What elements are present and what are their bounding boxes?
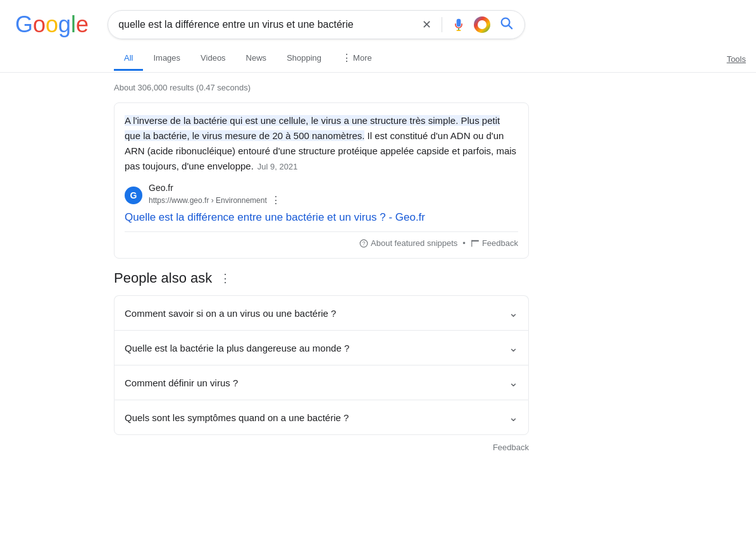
people-also-ask-title: People also ask ⋮: [114, 269, 529, 288]
header: G o o g l e ✕: [0, 0, 756, 39]
mic-icon: [452, 18, 465, 31]
featured-snippet: A l'inverse de la bactérie qui est une c…: [114, 102, 529, 259]
tab-more[interactable]: ⋮ More: [332, 46, 382, 72]
logo-letter-e: e: [76, 11, 89, 38]
search-icons: ✕: [421, 15, 514, 35]
logo-letter-o1: o: [33, 11, 46, 38]
source-info: Geo.fr https://www.geo.fr › Environnemen…: [149, 183, 282, 207]
people-also-ask-section: People also ask ⋮ Comment savoir si on a…: [114, 269, 529, 435]
snippet-footer: ? About featured snippets • Feedback: [125, 231, 518, 248]
source-name: Geo.fr: [149, 183, 282, 193]
tab-all[interactable]: All: [114, 47, 143, 71]
paa-question-1[interactable]: Comment savoir si on a un virus ou une b…: [114, 295, 529, 330]
paa-question-4[interactable]: Quels sont les symptômes quand on a une …: [114, 400, 529, 435]
paa-options-button[interactable]: ⋮: [217, 269, 233, 288]
search-bar-wrapper: ✕: [108, 10, 525, 39]
svg-rect-7: [471, 240, 472, 247]
dots-icon: ⋮: [342, 52, 352, 64]
lens-button[interactable]: [473, 15, 492, 34]
lens-icon: [474, 16, 490, 33]
snippet-source: G Geo.fr https://www.geo.fr › Environnem…: [125, 183, 518, 207]
snippet-link[interactable]: Quelle est la différence entre une bacté…: [125, 211, 518, 224]
logo-letter-g2: g: [58, 11, 71, 38]
results-count: About 306,000 results (0.47 seconds): [114, 83, 529, 92]
source-options-button[interactable]: ⋮: [270, 193, 282, 207]
search-icon: [499, 16, 513, 34]
tab-news[interactable]: News: [236, 47, 277, 71]
question-circle-icon: ?: [359, 239, 368, 248]
tab-shopping[interactable]: Shopping: [276, 47, 332, 71]
tab-videos[interactable]: Videos: [190, 47, 236, 71]
nav-tabs: All Images Videos News Shopping ⋮ More T…: [0, 39, 756, 73]
chevron-down-icon: ⌄: [509, 341, 518, 355]
chevron-down-icon: ⌄: [509, 376, 518, 389]
bottom-feedback[interactable]: Feedback: [114, 438, 529, 457]
logo-letter-l: l: [71, 11, 76, 38]
snippet-date: Jul 9, 2021: [257, 162, 298, 171]
main-content: About 306,000 results (0.47 seconds) A l…: [0, 73, 544, 457]
divider: [442, 17, 442, 32]
search-button[interactable]: [498, 15, 514, 35]
paa-questions-list: Comment savoir si on a un virus ou une b…: [114, 295, 529, 435]
svg-text:?: ?: [363, 240, 366, 246]
chevron-down-icon: ⌄: [509, 410, 518, 424]
logo-letter-o2: o: [46, 11, 58, 38]
svg-line-3: [509, 25, 512, 28]
flag-icon: [471, 239, 480, 248]
paa-question-3[interactable]: Comment définir un virus ? ⌄: [114, 365, 529, 400]
close-icon: ✕: [422, 18, 431, 32]
about-snippets-link[interactable]: ? About featured snippets: [359, 238, 457, 248]
source-url: https://www.geo.fr › Environnement ⋮: [149, 193, 282, 207]
search-bar: ✕: [108, 10, 525, 39]
feedback-link[interactable]: Feedback: [471, 238, 518, 248]
paa-question-2[interactable]: Quelle est la bactérie la plus dangereus…: [114, 330, 529, 365]
clear-button[interactable]: ✕: [421, 16, 433, 33]
search-input[interactable]: [118, 19, 414, 30]
snippet-text: A l'inverse de la bactérie qui est une c…: [125, 113, 518, 174]
google-logo: G o o g l e: [15, 11, 89, 38]
svg-rect-6: [471, 240, 479, 241]
tab-images[interactable]: Images: [143, 47, 190, 71]
dot-separator: •: [462, 238, 466, 248]
source-favicon: G: [125, 187, 142, 204]
tab-tools[interactable]: Tools: [717, 48, 756, 70]
logo-letter-g: G: [15, 11, 33, 38]
chevron-down-icon: ⌄: [509, 306, 518, 320]
mic-button[interactable]: [451, 17, 466, 32]
three-dots-icon: ⋮: [220, 272, 231, 285]
